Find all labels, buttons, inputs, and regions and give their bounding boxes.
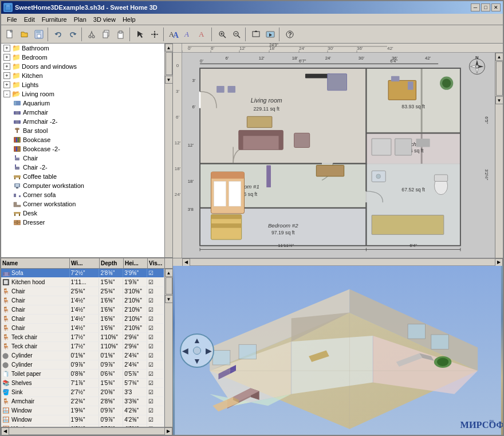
menu-3dview[interactable]: 3D view [90, 15, 119, 24]
furniture-scroll-up[interactable]: ▲ [165, 269, 173, 277]
furn-cell-sofa-visible[interactable]: ☑ [147, 269, 164, 277]
pan-tool[interactable] [148, 28, 162, 41]
tree-item-cornerws[interactable]: Corner workstation [1, 199, 164, 209]
expand-kitchen[interactable]: + [3, 72, 10, 79]
nav-up-arrow[interactable]: ▲ [193, 336, 201, 345]
top-view-button[interactable] [249, 28, 263, 41]
add-furniture[interactable]: AA [167, 28, 181, 41]
furniture-scroll-down[interactable]: ▼ [165, 295, 173, 303]
furniture-row-armchair[interactable]: 🪑Armchair 2'2¾" 2'8⅝" 3'3⅜" ☑ [1, 397, 164, 406]
plan-scroll-down[interactable]: ▼ [495, 96, 503, 104]
furniture-vertical-scroll[interactable]: ▲ ▼ [164, 269, 172, 427]
tree-item-doors[interactable]: + 📁 Doors and windows [1, 62, 164, 71]
plan-scroll-thumb[interactable] [496, 61, 503, 96]
minimize-button[interactable]: ─ [471, 3, 480, 11]
furniture-row-chair2[interactable]: 🪑Chair 1'4½" 1'6⅝" 2'10⅝" ☑ [1, 296, 164, 305]
zoom-out-button[interactable] [230, 28, 243, 41]
save-button[interactable] [32, 28, 46, 41]
help-button[interactable]: ? [283, 28, 297, 41]
copy-button[interactable] [100, 28, 113, 41]
maximize-button[interactable]: □ [481, 3, 490, 11]
tree-item-lights[interactable]: + 📁 Lights [1, 80, 164, 89]
tree-item-chair2[interactable]: Chair -2- [1, 163, 164, 172]
plan-hscroll-right[interactable]: ▶ [495, 258, 503, 266]
paste-button[interactable] [114, 28, 128, 41]
tree-item-aquarium[interactable]: Aquarium [1, 99, 164, 108]
furniture-hscroll-track[interactable] [9, 427, 164, 435]
furn-cell-kitchenhood-visible[interactable]: ☑ [147, 278, 164, 286]
furniture-row-sofa[interactable]: Sofa 7'2½" 2'8⅜" 3'9⅝" ☑ [1, 269, 164, 278]
tree-item-kitchen[interactable]: + 📁 Kitchen [1, 71, 164, 80]
furniture-row-teckchair1[interactable]: 🪑Teck chair 1'7½" 1'10⅝" 2'9⅛" ☑ [1, 333, 164, 342]
furniture-row-cylinder1[interactable]: ⬤Cylinder 0'1⅝" 0'1⅝" 2'4¾" ☑ [1, 351, 164, 360]
menu-furniture[interactable]: Furniture [38, 15, 70, 24]
new-button[interactable] [3, 28, 17, 41]
furniture-row-window1[interactable]: 🪟Window 1'9¾" 0'9⅞" 4'2⅜" ☑ [1, 406, 164, 415]
tree-item-bookcase2[interactable]: Bookcase -2- [1, 144, 164, 154]
furniture-row-chair5[interactable]: 🪑Chair 1'4½" 1'6⅝" 2'10⅝" ☑ [1, 324, 164, 333]
select-tool[interactable] [133, 28, 147, 41]
tree-item-desk[interactable]: Desk [1, 209, 164, 218]
zoom-in-button[interactable] [215, 28, 229, 41]
open-button[interactable] [18, 28, 32, 41]
virtual-visit[interactable] [263, 28, 277, 41]
menu-file[interactable]: File [3, 15, 21, 24]
nav-left-arrow[interactable]: ◀ [182, 346, 188, 355]
expand-bedroom[interactable]: + [3, 54, 10, 61]
furniture-row-window2[interactable]: 🪟Window 1'9¾" 0'9⅞" 4'2⅜" ☑ [1, 415, 164, 425]
tree-item-chair[interactable]: Chair [1, 154, 164, 163]
expand-lights[interactable]: + [3, 81, 10, 88]
menu-plan[interactable]: Plan [70, 15, 90, 24]
tree-item-cornersofa[interactable]: Corner sofa [1, 190, 164, 199]
furniture-row-chair1[interactable]: 🪑Chair 2'5¾" 2'5¾" 3'10⅝" ☑ [1, 287, 164, 296]
expand-doors[interactable]: + [3, 63, 10, 70]
tree-item-bookcase[interactable]: Bookcase [1, 135, 164, 144]
expand-bathroom[interactable]: + [3, 45, 10, 52]
svg-text:МИРСОФТА: МИРСОФТА [460, 420, 503, 430]
tree-item-computerws[interactable]: Computer workstation [1, 181, 164, 190]
menu-edit[interactable]: Edit [21, 15, 38, 24]
redo-button[interactable] [66, 28, 80, 41]
nav-right-arrow[interactable]: ▶ [206, 346, 212, 355]
undo-button[interactable] [52, 28, 65, 41]
plan-scroll-up[interactable]: ▲ [495, 53, 503, 61]
cut-button[interactable] [85, 28, 99, 41]
furniture-row-teckchair2[interactable]: 🪑Teck chair 1'7½" 1'10⅝" 2'9⅛" ☑ [1, 342, 164, 351]
add-room[interactable]: A [196, 28, 210, 41]
furniture-row-kitchenhood[interactable]: 🔲Kitchen hood 1'11... 1'5¾" 1'9⅞" ☑ [1, 278, 164, 287]
tree-scroll-thumb[interactable] [166, 52, 172, 75]
add-wall[interactable]: A [182, 28, 195, 41]
furniture-row-chair3[interactable]: 🪑Chair 1'4½" 1'6⅝" 2'10⅝" ☑ [1, 305, 164, 315]
tree-item-dresser[interactable]: Dresser [1, 218, 164, 227]
ruler-v-svg: 0 3' 6' 12' 18' 24' [173, 53, 182, 258]
furniture-row-sink[interactable]: 🪣Sink 2'7½" 2'0⅜" 3'3 ☑ [1, 388, 164, 397]
svg-rect-56 [14, 175, 21, 178]
furniture-hscroll-right[interactable]: ▶ [164, 427, 172, 435]
tree-scroll-up[interactable]: ▲ [165, 44, 173, 52]
furniture-row-toiletpaper[interactable]: 🧻Toilet paper 0'8⅜" 0'6¾" 0'5⅞" ☑ [1, 370, 164, 379]
close-button[interactable]: ✕ [491, 3, 501, 11]
furniture-scroll-thumb[interactable] [166, 277, 172, 294]
tree-item-livingroom[interactable]: - 📂 Living room [1, 89, 164, 99]
folder-icon-doors: 📁 [11, 62, 21, 71]
tree-item-bathroom[interactable]: + 📁 Bathroom [1, 44, 164, 53]
furniture-hscroll-left[interactable]: ◀ [1, 427, 9, 435]
furniture-row-cylinder2[interactable]: ⬤Cylinder 0'9⅞" 0'9⅞" 2'4¾" ☑ [1, 360, 164, 370]
nav-down-arrow[interactable]: ▼ [193, 356, 201, 366]
plan-hscroll-left[interactable]: ◀ [182, 258, 190, 266]
plan-vertical-scroll[interactable]: ▲ ▼ [495, 53, 503, 258]
tree-item-coffeetable[interactable]: Coffee table [1, 172, 164, 181]
plan-hscroll-track[interactable] [190, 258, 495, 266]
tree-item-armchair2[interactable]: Armchair -2- [1, 117, 164, 126]
expand-livingroom[interactable]: - [3, 91, 10, 97]
tree-vertical-scroll[interactable]: ▲ ▼ [164, 44, 172, 257]
tree-item-armchair[interactable]: Armchair [1, 108, 164, 117]
tree-item-bedroom[interactable]: + 📁 Bedroom [1, 53, 164, 62]
tree-item-barstool[interactable]: Bar stool [1, 126, 164, 135]
furniture-row-shelves[interactable]: 📚Shelves 7'1⅞" 1'5¾" 5'7¾" ☑ [1, 379, 164, 388]
svg-line-8 [90, 32, 92, 36]
menu-help[interactable]: Help [119, 15, 139, 24]
furniture-row-chair4[interactable]: 🪑Chair 1'4½" 1'6⅝" 2'10⅝" ☑ [1, 315, 164, 324]
floor-plan-inner[interactable]: N 0' 6' 12' 18' 24' 30' 36' 42' [182, 53, 495, 258]
tree-scroll-down[interactable]: ▼ [165, 76, 173, 84]
